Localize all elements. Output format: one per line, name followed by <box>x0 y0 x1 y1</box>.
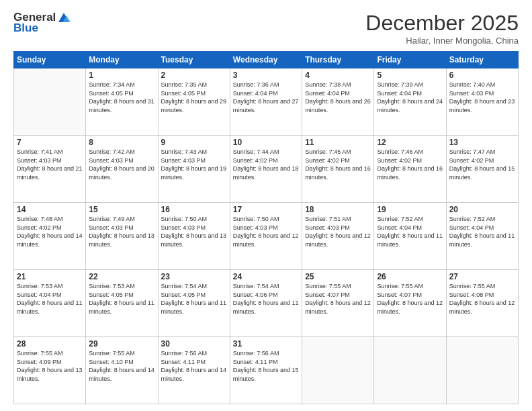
calendar-week-row: 1Sunrise: 7:34 AMSunset: 4:05 PMDaylight… <box>14 68 519 136</box>
calendar-day-cell <box>446 337 518 404</box>
day-info: Sunrise: 7:56 AMSunset: 4:11 PMDaylight:… <box>161 349 227 383</box>
calendar-day-cell: 12Sunrise: 7:46 AMSunset: 4:02 PMDayligh… <box>374 136 446 203</box>
calendar-day-cell: 9Sunrise: 7:43 AMSunset: 4:03 PMDaylight… <box>158 136 230 203</box>
day-number: 8 <box>89 138 154 147</box>
calendar-day-cell: 20Sunrise: 7:52 AMSunset: 4:04 PMDayligh… <box>446 203 518 270</box>
day-number: 10 <box>233 138 299 147</box>
day-number: 28 <box>17 339 83 349</box>
calendar-day-cell: 6Sunrise: 7:40 AMSunset: 4:03 PMDaylight… <box>446 68 518 136</box>
logo-blue-text: Blue <box>13 21 38 35</box>
day-number: 20 <box>449 205 515 214</box>
day-info: Sunrise: 7:55 AMSunset: 4:08 PMDaylight:… <box>449 282 515 316</box>
calendar-week-row: 7Sunrise: 7:41 AMSunset: 4:03 PMDaylight… <box>14 136 519 203</box>
day-number: 27 <box>449 272 515 281</box>
day-info: Sunrise: 7:50 AMSunset: 4:03 PMDaylight:… <box>161 215 227 248</box>
calendar-day-cell: 13Sunrise: 7:47 AMSunset: 4:02 PMDayligh… <box>446 136 518 203</box>
day-number: 5 <box>377 71 443 80</box>
day-number: 30 <box>161 339 227 349</box>
day-number: 3 <box>233 71 299 80</box>
calendar-day-cell: 7Sunrise: 7:41 AMSunset: 4:03 PMDaylight… <box>14 136 86 203</box>
day-info: Sunrise: 7:44 AMSunset: 4:02 PMDaylight:… <box>233 148 299 181</box>
calendar-day-cell: 21Sunrise: 7:53 AMSunset: 4:04 PMDayligh… <box>14 270 86 337</box>
day-info: Sunrise: 7:56 AMSunset: 4:11 PMDaylight:… <box>233 349 299 383</box>
day-info: Sunrise: 7:54 AMSunset: 4:05 PMDaylight:… <box>161 282 227 316</box>
day-number: 11 <box>305 138 371 147</box>
page: General Blue December 2025 Hailar, Inner… <box>0 0 532 411</box>
day-number: 2 <box>161 71 227 80</box>
calendar-day-cell: 3Sunrise: 7:36 AMSunset: 4:04 PMDaylight… <box>230 68 302 136</box>
day-info: Sunrise: 7:34 AMSunset: 4:05 PMDaylight:… <box>89 81 154 114</box>
day-number: 21 <box>17 272 83 281</box>
day-info: Sunrise: 7:49 AMSunset: 4:03 PMDaylight:… <box>89 215 154 248</box>
day-number: 18 <box>305 205 371 214</box>
calendar-day-cell: 22Sunrise: 7:53 AMSunset: 4:05 PMDayligh… <box>86 270 158 337</box>
day-number: 29 <box>89 339 154 349</box>
calendar-day-cell: 4Sunrise: 7:38 AMSunset: 4:04 PMDaylight… <box>302 68 374 136</box>
calendar-day-cell <box>14 68 86 136</box>
calendar-day-cell: 18Sunrise: 7:51 AMSunset: 4:03 PMDayligh… <box>302 203 374 270</box>
calendar-day-cell: 25Sunrise: 7:55 AMSunset: 4:07 PMDayligh… <box>302 270 374 337</box>
calendar-day-cell: 11Sunrise: 7:45 AMSunset: 4:02 PMDayligh… <box>302 136 374 203</box>
day-number: 24 <box>233 272 299 281</box>
day-info: Sunrise: 7:55 AMSunset: 4:07 PMDaylight:… <box>305 282 371 316</box>
day-number: 23 <box>161 272 227 281</box>
day-number: 14 <box>17 205 83 214</box>
day-info: Sunrise: 7:43 AMSunset: 4:03 PMDaylight:… <box>161 148 227 181</box>
day-number: 1 <box>89 71 154 80</box>
calendar-day-cell: 2Sunrise: 7:35 AMSunset: 4:05 PMDaylight… <box>158 68 230 136</box>
day-number: 6 <box>449 71 515 80</box>
day-number: 31 <box>233 339 299 349</box>
weekday-header-monday: Monday <box>86 52 158 68</box>
day-info: Sunrise: 7:41 AMSunset: 4:03 PMDaylight:… <box>17 148 83 181</box>
weekday-header-friday: Friday <box>374 52 446 68</box>
day-info: Sunrise: 7:39 AMSunset: 4:04 PMDaylight:… <box>377 81 443 114</box>
day-info: Sunrise: 7:55 AMSunset: 4:07 PMDaylight:… <box>377 282 443 316</box>
logo: General Blue <box>13 11 71 35</box>
day-number: 22 <box>89 272 154 281</box>
day-number: 26 <box>377 272 443 281</box>
calendar-table: SundayMondayTuesdayWednesdayThursdayFrid… <box>13 51 519 404</box>
day-number: 15 <box>89 205 154 214</box>
weekday-header-sunday: Sunday <box>14 52 86 68</box>
day-number: 19 <box>377 205 443 214</box>
calendar-day-cell <box>302 337 374 404</box>
day-info: Sunrise: 7:45 AMSunset: 4:02 PMDaylight:… <box>305 148 371 181</box>
day-info: Sunrise: 7:38 AMSunset: 4:04 PMDaylight:… <box>305 81 371 114</box>
calendar-day-cell: 23Sunrise: 7:54 AMSunset: 4:05 PMDayligh… <box>158 270 230 337</box>
day-info: Sunrise: 7:46 AMSunset: 4:02 PMDaylight:… <box>377 148 443 181</box>
title-block: December 2025 Hailar, Inner Mongolia, Ch… <box>365 11 519 46</box>
day-info: Sunrise: 7:35 AMSunset: 4:05 PMDaylight:… <box>161 81 227 114</box>
weekday-header-wednesday: Wednesday <box>230 52 302 68</box>
calendar-day-cell: 24Sunrise: 7:54 AMSunset: 4:06 PMDayligh… <box>230 270 302 337</box>
day-info: Sunrise: 7:47 AMSunset: 4:02 PMDaylight:… <box>449 148 515 181</box>
day-info: Sunrise: 7:40 AMSunset: 4:03 PMDaylight:… <box>449 81 515 114</box>
calendar-day-cell: 16Sunrise: 7:50 AMSunset: 4:03 PMDayligh… <box>158 203 230 270</box>
calendar-day-cell: 29Sunrise: 7:55 AMSunset: 4:10 PMDayligh… <box>86 337 158 404</box>
day-info: Sunrise: 7:55 AMSunset: 4:10 PMDaylight:… <box>89 349 154 383</box>
calendar-day-cell: 30Sunrise: 7:56 AMSunset: 4:11 PMDayligh… <box>158 337 230 404</box>
day-number: 4 <box>305 71 371 80</box>
day-number: 12 <box>377 138 443 147</box>
calendar-day-cell: 10Sunrise: 7:44 AMSunset: 4:02 PMDayligh… <box>230 136 302 203</box>
calendar-header-row: SundayMondayTuesdayWednesdayThursdayFrid… <box>14 52 519 68</box>
day-number: 25 <box>305 272 371 281</box>
location-subtitle: Hailar, Inner Mongolia, China <box>365 36 519 46</box>
day-info: Sunrise: 7:50 AMSunset: 4:03 PMDaylight:… <box>233 215 299 248</box>
calendar-day-cell: 8Sunrise: 7:42 AMSunset: 4:03 PMDaylight… <box>86 136 158 203</box>
day-info: Sunrise: 7:54 AMSunset: 4:06 PMDaylight:… <box>233 282 299 316</box>
calendar-week-row: 28Sunrise: 7:55 AMSunset: 4:09 PMDayligh… <box>14 337 519 404</box>
calendar-day-cell: 5Sunrise: 7:39 AMSunset: 4:04 PMDaylight… <box>374 68 446 136</box>
weekday-header-thursday: Thursday <box>302 52 374 68</box>
calendar-day-cell: 31Sunrise: 7:56 AMSunset: 4:11 PMDayligh… <box>230 337 302 404</box>
month-title: December 2025 <box>365 11 519 36</box>
calendar-day-cell: 26Sunrise: 7:55 AMSunset: 4:07 PMDayligh… <box>374 270 446 337</box>
day-info: Sunrise: 7:53 AMSunset: 4:05 PMDaylight:… <box>89 282 154 316</box>
day-info: Sunrise: 7:53 AMSunset: 4:04 PMDaylight:… <box>17 282 83 316</box>
logo-icon <box>57 11 71 24</box>
day-info: Sunrise: 7:55 AMSunset: 4:09 PMDaylight:… <box>17 349 83 383</box>
day-info: Sunrise: 7:36 AMSunset: 4:04 PMDaylight:… <box>233 81 299 114</box>
calendar-day-cell: 1Sunrise: 7:34 AMSunset: 4:05 PMDaylight… <box>86 68 158 136</box>
weekday-header-saturday: Saturday <box>446 52 518 68</box>
day-info: Sunrise: 7:48 AMSunset: 4:02 PMDaylight:… <box>17 215 83 248</box>
day-number: 7 <box>17 138 83 147</box>
